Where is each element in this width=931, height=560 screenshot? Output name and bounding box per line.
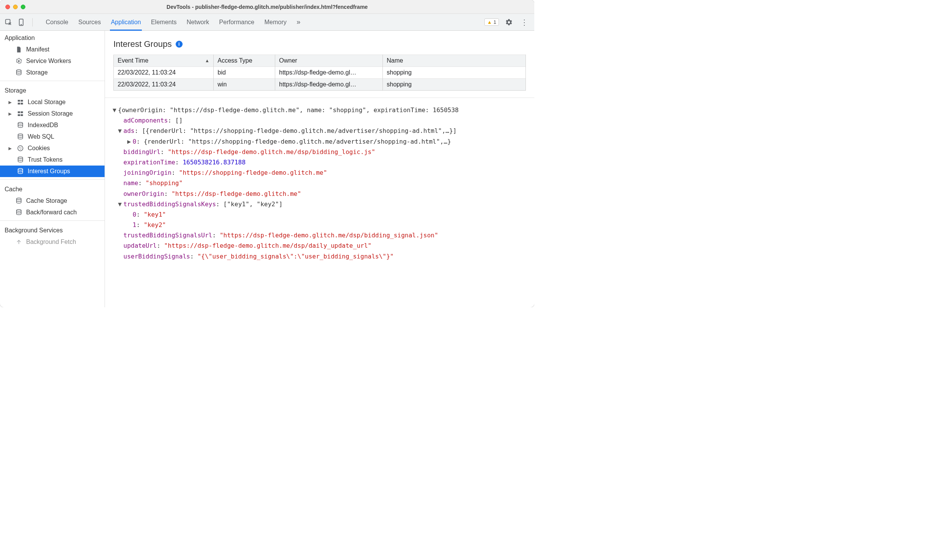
sidebar-section-application: Application <box>0 31 105 44</box>
svg-rect-8 <box>21 103 23 105</box>
page-title: Interest Groups <box>113 39 172 49</box>
tab-application[interactable]: Application <box>110 14 141 30</box>
cell-owner: https://dsp-fledge-demo.gl… <box>275 79 383 91</box>
sidebar-item-label: Cache Storage <box>26 197 67 204</box>
sidebar-item-label: Cookies <box>28 145 50 152</box>
panel-tabs: Console Sources Application Elements Net… <box>45 14 482 30</box>
sidebar-item-label: Trust Tokens <box>28 156 63 163</box>
cell-time: 22/03/2022, 11:03:24 <box>114 67 214 79</box>
svg-point-23 <box>17 210 21 212</box>
svg-point-14 <box>18 134 23 136</box>
sidebar-item-websql[interactable]: Web SQL <box>0 131 105 142</box>
sidebar-item-label: IndexedDB <box>28 122 58 129</box>
sidebar-item-background-fetch[interactable]: Background Fetch <box>0 236 105 248</box>
tab-network[interactable]: Network <box>186 14 210 30</box>
gear-icon <box>15 58 22 65</box>
svg-rect-10 <box>21 111 23 113</box>
table-header-row: Event Time▲ Access Type Owner Name <box>114 55 526 67</box>
svg-point-3 <box>18 60 20 62</box>
sidebar-item-session-storage[interactable]: ▶ Session Storage <box>0 108 105 119</box>
svg-rect-5 <box>18 100 20 102</box>
device-toolbar-icon[interactable] <box>16 17 27 28</box>
tab-memory[interactable]: Memory <box>264 14 288 30</box>
table-row[interactable]: 22/03/2022, 11:03:24 win https://dsp-fle… <box>114 79 526 91</box>
col-owner[interactable]: Owner <box>275 55 383 67</box>
kebab-menu-icon[interactable]: ⋮ <box>519 18 530 27</box>
sidebar-divider <box>0 81 105 81</box>
svg-rect-6 <box>21 100 23 102</box>
svg-point-18 <box>20 149 21 149</box>
tab-console[interactable]: Console <box>45 14 69 30</box>
main-header: Interest Groups i <box>105 31 534 55</box>
col-name[interactable]: Name <box>383 55 526 67</box>
col-access-type[interactable]: Access Type <box>214 55 275 67</box>
devtools-window: DevTools - publisher-fledge-demo.glitch.… <box>0 0 534 307</box>
json-viewer[interactable]: ▼{ownerOrigin: "https://dsp-fledge-demo.… <box>105 98 534 268</box>
sidebar-item-label: Web SQL <box>28 133 54 140</box>
sidebar-section-storage: Storage <box>0 83 105 96</box>
cell-name: shopping <box>383 79 526 91</box>
collapse-toggle-icon[interactable]: ▼ <box>118 199 123 209</box>
sidebar-item-service-workers[interactable]: Service Workers <box>0 55 105 67</box>
upload-icon <box>15 239 22 245</box>
sidebar-item-storage-overview[interactable]: Storage <box>0 67 105 78</box>
expand-toggle-icon[interactable]: ▶ <box>127 136 133 147</box>
tab-sources[interactable]: Sources <box>78 14 102 30</box>
sidebar-item-manifest[interactable]: Manifest <box>0 44 105 55</box>
cell-name: shopping <box>383 67 526 79</box>
sidebar-section-cache: Cache <box>0 182 105 195</box>
main-panel: Interest Groups i Event Time▲ Access Typ… <box>105 31 534 307</box>
expand-caret-icon[interactable]: ▶ <box>8 146 13 151</box>
cell-time: 22/03/2022, 11:03:24 <box>114 79 214 91</box>
content-area: Application Manifest Service Workers Sto… <box>0 31 534 307</box>
collapse-toggle-icon[interactable]: ▼ <box>118 126 123 136</box>
more-tabs-button[interactable]: » <box>296 14 301 30</box>
sidebar-item-trust-tokens[interactable]: Trust Tokens <box>0 154 105 166</box>
sidebar-item-indexeddb[interactable]: IndexedDB <box>0 119 105 131</box>
svg-rect-12 <box>21 114 23 116</box>
svg-point-19 <box>21 149 22 149</box>
info-icon[interactable]: i <box>176 41 183 48</box>
table-icon <box>17 99 24 106</box>
svg-point-20 <box>18 157 23 159</box>
file-icon <box>15 46 22 53</box>
sidebar-item-label: Service Workers <box>26 58 71 65</box>
sidebar-item-label: Manifest <box>26 46 49 53</box>
table-row[interactable]: 22/03/2022, 11:03:24 bid https://dsp-fle… <box>114 67 526 79</box>
svg-point-16 <box>19 147 20 148</box>
expand-caret-icon[interactable]: ▶ <box>8 100 13 105</box>
inspect-element-icon[interactable] <box>3 17 14 28</box>
sidebar-item-cookies[interactable]: ▶ Cookies <box>0 142 105 154</box>
warning-icon: ▲ <box>487 19 492 25</box>
cookie-icon <box>17 145 24 152</box>
warnings-badge[interactable]: ▲ 1 <box>484 18 499 26</box>
sidebar-item-label: Local Storage <box>28 99 66 106</box>
svg-point-15 <box>18 146 23 151</box>
svg-point-13 <box>18 123 23 124</box>
col-event-time[interactable]: Event Time▲ <box>114 55 214 67</box>
tab-performance[interactable]: Performance <box>218 14 255 30</box>
sidebar-item-local-storage[interactable]: ▶ Local Storage <box>0 96 105 108</box>
sidebar-item-cache-storage[interactable]: Cache Storage <box>0 195 105 207</box>
sidebar-item-label: Back/forward cach <box>26 209 77 216</box>
tab-elements[interactable]: Elements <box>150 14 178 30</box>
cell-owner: https://dsp-fledge-demo.gl… <box>275 67 383 79</box>
svg-rect-9 <box>18 111 20 113</box>
database-icon <box>17 156 24 163</box>
svg-rect-7 <box>18 103 20 105</box>
settings-icon[interactable] <box>504 17 514 28</box>
svg-rect-11 <box>18 114 20 116</box>
sort-asc-icon: ▲ <box>205 58 209 63</box>
window-title: DevTools - publisher-fledge-demo.glitch.… <box>0 4 534 10</box>
expand-caret-icon[interactable]: ▶ <box>8 111 13 116</box>
toolbar-separator <box>32 18 33 27</box>
svg-point-17 <box>21 147 22 148</box>
toolbar: Console Sources Application Elements Net… <box>0 14 534 31</box>
collapse-toggle-icon[interactable]: ▼ <box>113 105 118 115</box>
sidebar-item-bfcache[interactable]: Back/forward cach <box>0 207 105 218</box>
svg-point-21 <box>18 169 23 171</box>
warning-count: 1 <box>494 19 496 25</box>
sidebar-item-interest-groups[interactable]: Interest Groups <box>0 166 105 177</box>
events-table: Event Time▲ Access Type Owner Name 22/03… <box>113 55 526 91</box>
sidebar-item-label: Session Storage <box>28 110 73 117</box>
